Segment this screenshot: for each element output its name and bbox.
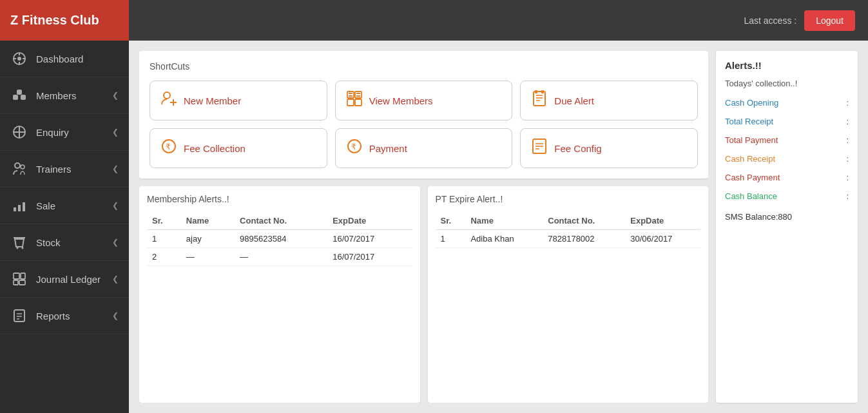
reports-icon [10,307,28,325]
col-name: Name [465,212,543,230]
svg-rect-16 [23,202,25,211]
alerts-panel: Alerts.!! Todays' collection..! Cash Ope… [716,51,858,403]
pt-expire-alerts-title: PT Expire Alert..! [436,194,701,204]
journal-ledger-icon [10,270,28,288]
membership-alerts-card: Membership Alerts..! Sr. Name Contact No… [139,186,420,403]
enquiry-chevron: ❮ [112,128,119,137]
alerts-row: Membership Alerts..! Sr. Name Contact No… [139,186,708,403]
payment-label: Payment [369,143,407,154]
svg-rect-34 [356,93,360,94]
shortcuts-card: ShortCuts New Member [139,51,708,178]
sidebar-item-members[interactable]: Members ❮ [0,77,129,114]
svg-rect-14 [14,207,16,211]
table-row: 1Adiba Khan782817800230/06/2017 [436,230,701,248]
cash-opening-row: Cash Opening : [725,96,849,110]
svg-rect-22 [19,280,25,285]
cash-balance-row: Cash Balance : [725,189,849,203]
main-panel: ShortCuts New Member [139,51,708,403]
svg-rect-44 [541,90,544,93]
sidebar-item-dashboard[interactable]: Dashboard [0,41,129,77]
sidebar-label-sale: Sale [36,200,55,211]
cash-payment-label: Cash Payment [725,173,780,182]
content-area: ShortCuts New Member [129,41,868,413]
new-member-button[interactable]: New Member [149,81,327,120]
sidebar: Dashboard Members ❮ [0,41,129,413]
view-members-icon [346,90,363,111]
sidebar-item-trainers[interactable]: Trainers ❮ [0,151,129,187]
cash-balance-label: Cash Balance [725,191,777,201]
trainers-icon [10,160,28,178]
cash-payment-colon: : [846,173,849,182]
svg-rect-20 [21,273,25,279]
fee-config-icon [531,138,548,158]
total-receipt-row: Total Receipt : [725,115,849,128]
sidebar-label-stock: Stock [36,237,61,248]
col-contact: Contact No. [235,212,327,230]
payment-icon: ₹ [346,138,363,158]
new-member-icon [160,90,177,111]
total-receipt-label: Total Receipt [725,117,773,126]
sms-balance: SMS Balance:880 [725,212,849,222]
svg-rect-43 [535,90,537,93]
view-members-button[interactable]: View Members [335,81,513,120]
svg-rect-38 [534,91,545,106]
cash-opening-label: Cash Opening [725,98,778,108]
enquiry-icon [10,123,28,141]
sidebar-item-stock[interactable]: Stock ❮ [0,224,129,261]
svg-rect-8 [17,90,22,95]
pt-expire-alerts-table: Sr. Name Contact No. ExpDate 1Adiba Khan… [436,212,701,248]
svg-point-17 [17,247,19,249]
svg-rect-6 [13,95,18,100]
due-alert-icon [531,90,548,111]
svg-rect-15 [18,205,21,211]
sidebar-item-sale[interactable]: Sale ❮ [0,187,129,224]
svg-point-13 [21,165,24,169]
shortcuts-title: ShortCuts [149,61,698,72]
sale-icon [10,197,28,215]
journal-ledger-chevron: ❮ [112,274,119,283]
sidebar-label-reports: Reports [36,311,70,322]
cash-opening-colon: : [846,98,849,108]
logout-button[interactable]: Logout [804,10,855,31]
due-alert-label: Due Alert [554,95,594,106]
sidebar-item-journal-ledger[interactable]: Journal Ledger ❮ [0,261,129,298]
svg-rect-30 [347,91,354,98]
cash-receipt-label: Cash Receipt [725,154,775,164]
new-member-label: New Member [184,95,241,106]
svg-text:₹: ₹ [351,142,356,151]
dashboard-icon [10,50,28,68]
total-payment-row: Total Payment : [725,133,849,147]
svg-rect-32 [349,95,352,97]
svg-rect-21 [14,280,18,285]
col-sr: Sr. [436,212,466,230]
membership-alerts-table: Sr. Name Contact No. ExpDate 1ajay989562… [147,212,412,266]
stock-icon [10,233,28,251]
svg-rect-35 [356,95,360,97]
svg-point-18 [22,247,24,249]
col-contact: Contact No. [543,212,625,230]
sale-chevron: ❮ [112,201,119,210]
sidebar-label-members: Members [36,90,77,101]
table-row: 2——16/07/2017 [147,248,412,266]
sidebar-item-enquiry[interactable]: Enquiry ❮ [0,114,129,151]
cash-receipt-colon: : [846,154,849,164]
alerts-panel-title: Alerts.!! [725,60,849,71]
svg-rect-7 [21,95,26,100]
col-name: Name [181,212,235,230]
payment-button[interactable]: ₹ Payment [335,128,513,168]
col-expdate: ExpDate [327,212,412,230]
fee-config-button[interactable]: Fee Config [520,128,698,168]
svg-point-1 [17,57,21,61]
view-members-label: View Members [369,95,433,106]
cash-balance-colon: : [846,191,849,201]
svg-rect-19 [14,273,19,279]
sidebar-label-enquiry: Enquiry [36,127,69,138]
due-alert-button[interactable]: Due Alert [520,81,698,120]
reports-chevron: ❮ [112,311,119,320]
fee-collection-button[interactable]: ₹ Fee Collection [149,128,327,168]
sidebar-label-dashboard: Dashboard [36,53,83,64]
sidebar-item-reports[interactable]: Reports ❮ [0,298,129,334]
table-row: 1ajay989562358416/07/2017 [147,230,412,248]
fee-collection-icon: ₹ [160,138,177,158]
svg-point-12 [15,163,20,168]
